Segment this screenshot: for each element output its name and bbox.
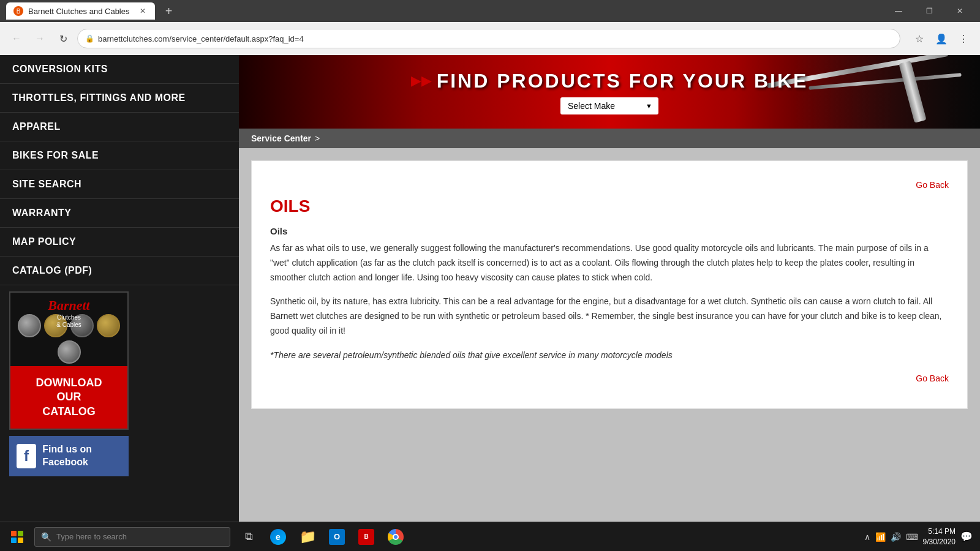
sidebar-item-throttles[interactable]: THROTTLES, FITTINGS AND MORE [0, 84, 239, 113]
tab-close-button[interactable]: ✕ [138, 6, 148, 16]
win-logo-green [18, 531, 23, 536]
sidebar: CONVERSION KITS THROTTLES, FITTINGS AND … [0, 55, 239, 551]
taskbar-red-app-button[interactable]: B [353, 523, 380, 550]
sidebar-item-bikes-for-sale[interactable]: BIKES FOR SALE [0, 141, 239, 170]
windows-logo [11, 531, 23, 543]
taskbar-date: 9/30/2020 [923, 537, 956, 547]
browser-chrome: B Barnett Clutches and Cables ✕ + — ❐ ✕ … [0, 0, 980, 55]
sidebar-item-map-policy[interactable]: MAP POLICY [0, 228, 239, 257]
catalog-image: Barnett Clutches & Cables [9, 291, 129, 430]
tab-title: Barnett Clutches and Cables [28, 7, 129, 16]
taskbar-expand-icon[interactable]: ∧ [864, 532, 870, 542]
main-content: ▶▶ FIND PRODUCTS FOR YOUR BIKE Select Ma… [239, 55, 980, 551]
article-paragraph-1: As far as what oils to use, we generally… [270, 241, 949, 285]
content-area: Go Back OILS Oils As far as what oils to… [239, 148, 980, 551]
article-paragraph-3: *There are several petroleum/synthetic b… [270, 348, 949, 363]
go-back-top: Go Back [270, 179, 949, 190]
url-text: barnettclutches.com/service_center/defau… [98, 34, 304, 43]
address-bar[interactable]: 🔒 barnettclutches.com/service_center/def… [77, 29, 900, 48]
breadcrumb-service-center[interactable]: Service Center [251, 133, 311, 143]
page-container: CONVERSION KITS THROTTLES, FITTINGS AND … [0, 55, 980, 551]
taskbar-volume-icon[interactable]: 🔊 [891, 532, 901, 542]
taskbar-search-box[interactable]: 🔍 Type here to search [34, 527, 230, 547]
taskbar-search-placeholder: Type here to search [56, 532, 127, 541]
taskbar-search-icon: 🔍 [41, 532, 51, 542]
hero-title: FIND PRODUCTS FOR YOUR BIKE [437, 70, 809, 92]
taskbar-chrome-button[interactable] [382, 523, 409, 550]
taskbar-extra-icon[interactable]: ⌨ [906, 532, 918, 542]
taskbar-programs: ⧉ e 📁 O B [235, 523, 409, 550]
sidebar-item-warranty[interactable]: WARRANTY [0, 199, 239, 228]
window-controls: — ❐ ✕ [884, 2, 974, 20]
minimize-button[interactable]: — [884, 2, 913, 20]
go-back-bottom: Go Back [270, 373, 949, 384]
notification-icon[interactable]: 💬 [960, 531, 973, 542]
sidebar-item-conversion-kits[interactable]: CONVERSION KITS [0, 55, 239, 84]
win-logo-red [11, 531, 17, 536]
select-make-dropdown[interactable]: Select Make [560, 97, 658, 114]
new-tab-button[interactable]: + [160, 2, 177, 20]
make-selector-wrapper: Select Make [560, 97, 658, 114]
sidebar-item-catalog[interactable]: CATALOG (PDF) [0, 257, 239, 285]
taskbar-clock[interactable]: 5:14 PM 9/30/2020 [923, 527, 956, 547]
download-catalog-button[interactable]: DOWNLOADOURCATALOG [10, 366, 127, 429]
go-back-bottom-link[interactable]: Go Back [916, 373, 949, 383]
browser-titlebar: B Barnett Clutches and Cables ✕ + — ❐ ✕ [0, 0, 980, 22]
taskbar-right: ∧ 📶 🔊 ⌨ 5:14 PM 9/30/2020 💬 [864, 527, 980, 547]
taskbar-taskview-button[interactable]: ⧉ [235, 523, 262, 550]
taskbar-files-button[interactable]: 📁 [294, 523, 321, 550]
forward-button[interactable]: → [31, 29, 49, 48]
browser-tab[interactable]: B Barnett Clutches and Cables ✕ [6, 2, 155, 20]
refresh-button[interactable]: ↻ [54, 29, 72, 48]
sidebar-item-site-search[interactable]: SITE SEARCH [0, 170, 239, 199]
facebook-icon: f [17, 444, 36, 468]
browser-toolbar: ← → ↻ 🔒 barnettclutches.com/service_cent… [0, 22, 980, 55]
part-disc-1 [18, 314, 41, 337]
article-paragraph-2: Synthetic oil, by its nature, has extra … [270, 294, 949, 338]
breadcrumb-bar: Service Center > [239, 129, 980, 148]
article-title: OILS [270, 197, 949, 216]
win-logo-yellow [18, 538, 23, 543]
profile-button[interactable]: 👤 [932, 29, 951, 48]
part-disc-4 [97, 314, 120, 337]
breadcrumb-separator: > [315, 133, 320, 143]
hero-banner: ▶▶ FIND PRODUCTS FOR YOUR BIKE Select Ma… [239, 55, 980, 129]
back-button[interactable]: ← [7, 29, 26, 48]
taskbar: 🔍 Type here to search ⧉ e 📁 O B ∧ [0, 522, 980, 551]
taskbar-outlook-button[interactable]: O [323, 523, 350, 550]
bookmark-button[interactable]: ☆ [910, 29, 929, 48]
menu-button[interactable]: ⋮ [954, 29, 973, 48]
part-disc-5 [58, 340, 81, 364]
sidebar-nav: CONVERSION KITS THROTTLES, FITTINGS AND … [0, 55, 239, 285]
taskbar-time: 5:14 PM [923, 527, 956, 537]
article-subtitle: Oils [270, 226, 949, 236]
facebook-widget[interactable]: f Find us on Facebook [9, 436, 129, 476]
facebook-text: Find us on Facebook [42, 443, 121, 469]
go-back-top-link[interactable]: Go Back [916, 180, 949, 190]
tab-favicon: B [13, 6, 23, 16]
sidebar-item-apparel[interactable]: APPAREL [0, 113, 239, 141]
taskbar-network-icon[interactable]: 📶 [875, 532, 886, 542]
sidebar-catalog: Barnett Clutches & Cables [9, 291, 230, 430]
maximize-button[interactable]: ❐ [915, 2, 943, 20]
taskbar-edge-button[interactable]: e [265, 523, 292, 550]
article-card: Go Back OILS Oils As far as what oils to… [251, 160, 968, 409]
catalog-top-image: Barnett Clutches & Cables [10, 293, 127, 366]
win-logo-blue [11, 538, 17, 543]
lock-icon: 🔒 [85, 34, 94, 43]
start-button[interactable] [0, 522, 34, 552]
close-button[interactable]: ✕ [946, 2, 974, 20]
